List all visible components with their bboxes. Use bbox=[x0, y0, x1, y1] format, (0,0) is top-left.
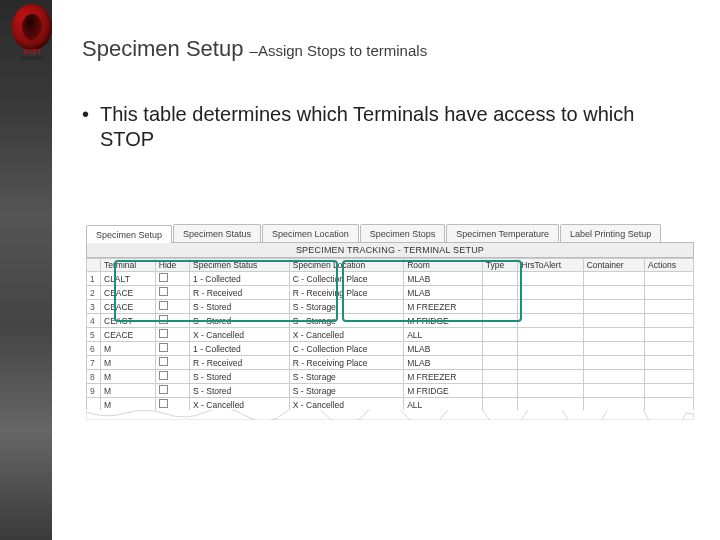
cell-actions bbox=[645, 356, 694, 370]
title-sub: –Assign Stops to terminals bbox=[250, 42, 428, 59]
cell-room: MLAB bbox=[404, 356, 483, 370]
table-row[interactable]: 3CEACES - StoredS - StorageM FREEZER bbox=[87, 300, 694, 314]
checkbox-icon[interactable] bbox=[159, 343, 168, 352]
table-row[interactable]: 2CEACER - ReceivedR - Receiving PlaceMLA… bbox=[87, 286, 694, 300]
cell-hide bbox=[155, 300, 189, 314]
cell-hrs bbox=[518, 328, 583, 342]
cell-room: M FREEZER bbox=[404, 370, 483, 384]
cell-type bbox=[482, 286, 518, 300]
checkbox-icon[interactable] bbox=[159, 385, 168, 394]
cell-rownum: 3 bbox=[87, 300, 101, 314]
cell-hide bbox=[155, 314, 189, 328]
checkbox-icon[interactable] bbox=[159, 399, 168, 408]
left-stripe bbox=[0, 0, 52, 540]
tab-specimen-setup[interactable]: Specimen Setup bbox=[86, 225, 172, 243]
cell-location: X - Cancelled bbox=[289, 328, 403, 342]
cell-hide bbox=[155, 370, 189, 384]
cell-container bbox=[583, 342, 644, 356]
tab-specimen-location[interactable]: Specimen Location bbox=[262, 224, 359, 242]
cell-terminal: M bbox=[101, 384, 156, 398]
table-row[interactable]: 9MS - StoredS - StorageM FRIDGE bbox=[87, 384, 694, 398]
cell-type bbox=[482, 384, 518, 398]
cell-actions bbox=[645, 286, 694, 300]
cell-location: S - Storage bbox=[289, 370, 403, 384]
cell-status: S - Stored bbox=[190, 370, 290, 384]
content: Specimen Setup –Assign Stops to terminal… bbox=[82, 36, 702, 152]
col-terminal: Terminal bbox=[101, 259, 156, 272]
table-row[interactable]: 7MR - ReceivedR - Receiving PlaceMLAB bbox=[87, 356, 694, 370]
logo-text: JUST ENOUGH bbox=[12, 48, 52, 62]
cell-location: C - Collection Place bbox=[289, 342, 403, 356]
title-main: Specimen Setup bbox=[82, 36, 250, 61]
table-row[interactable]: 6M1 - CollectedC - Collection PlaceMLAB bbox=[87, 342, 694, 356]
slide: JUST ENOUGH Specimen Setup –Assign Stops… bbox=[0, 0, 720, 540]
cell-actions bbox=[645, 384, 694, 398]
terminal-table: Terminal Hide Specimen Status Specimen L… bbox=[86, 258, 694, 412]
cell-rownum: 2 bbox=[87, 286, 101, 300]
cell-hrs bbox=[518, 272, 583, 286]
tab-specimen-status[interactable]: Specimen Status bbox=[173, 224, 261, 242]
checkbox-icon[interactable] bbox=[159, 301, 168, 310]
tab-label-printing[interactable]: Label Printing Setup bbox=[560, 224, 661, 242]
cell-terminal: CEACE bbox=[101, 328, 156, 342]
cell-container bbox=[583, 384, 644, 398]
cell-terminal: M bbox=[101, 356, 156, 370]
tab-specimen-temperature[interactable]: Specimen Temperature bbox=[446, 224, 559, 242]
cell-room: MLAB bbox=[404, 272, 483, 286]
col-actions: Actions bbox=[645, 259, 694, 272]
cell-status: 1 - Collected bbox=[190, 272, 290, 286]
cell-actions bbox=[645, 328, 694, 342]
tab-specimen-stops[interactable]: Specimen Stops bbox=[360, 224, 446, 242]
screenshot: Specimen Setup Specimen Status Specimen … bbox=[86, 224, 694, 420]
cell-container bbox=[583, 286, 644, 300]
cell-hrs bbox=[518, 370, 583, 384]
checkbox-icon[interactable] bbox=[159, 329, 168, 338]
checkbox-icon[interactable] bbox=[159, 371, 168, 380]
cell-status: S - Stored bbox=[190, 384, 290, 398]
cell-type bbox=[482, 342, 518, 356]
checkbox-icon[interactable] bbox=[159, 273, 168, 282]
cell-actions bbox=[645, 314, 694, 328]
col-container: Container bbox=[583, 259, 644, 272]
table-row[interactable]: 8MS - StoredS - StorageM FREEZER bbox=[87, 370, 694, 384]
table-row[interactable]: 5CEACEX - CancelledX - CancelledALL bbox=[87, 328, 694, 342]
cell-actions bbox=[645, 272, 694, 286]
checkbox-icon[interactable] bbox=[159, 357, 168, 366]
cell-location: S - Storage bbox=[289, 314, 403, 328]
cell-terminal: CEACE bbox=[101, 300, 156, 314]
cell-hrs bbox=[518, 384, 583, 398]
col-room: Room bbox=[404, 259, 483, 272]
logo-icon bbox=[12, 4, 52, 50]
cell-room: M FRIDGE bbox=[404, 314, 483, 328]
cell-type bbox=[482, 314, 518, 328]
cell-terminal: M bbox=[101, 342, 156, 356]
table-row[interactable]: 1CLALT1 - CollectedC - Collection PlaceM… bbox=[87, 272, 694, 286]
cell-location: S - Storage bbox=[289, 300, 403, 314]
cell-terminal: CEACE bbox=[101, 286, 156, 300]
cell-room: MLAB bbox=[404, 286, 483, 300]
cell-hide bbox=[155, 286, 189, 300]
cell-type bbox=[482, 272, 518, 286]
cell-location: R - Receiving Place bbox=[289, 356, 403, 370]
cell-rownum: 1 bbox=[87, 272, 101, 286]
checkbox-icon[interactable] bbox=[159, 315, 168, 324]
cell-room: MLAB bbox=[404, 342, 483, 356]
cell-hrs bbox=[518, 356, 583, 370]
table-row[interactable]: 4CEACTS - StoredS - StorageM FRIDGE bbox=[87, 314, 694, 328]
cell-hrs bbox=[518, 300, 583, 314]
cell-terminal: CEACT bbox=[101, 314, 156, 328]
col-status: Specimen Status bbox=[190, 259, 290, 272]
checkbox-icon[interactable] bbox=[159, 287, 168, 296]
cell-room: M FREEZER bbox=[404, 300, 483, 314]
cell-rownum: 9 bbox=[87, 384, 101, 398]
cell-status: S - Stored bbox=[190, 314, 290, 328]
torn-edge bbox=[86, 410, 694, 420]
cell-hide bbox=[155, 342, 189, 356]
cell-terminal: CLALT bbox=[101, 272, 156, 286]
cell-status: 1 - Collected bbox=[190, 342, 290, 356]
cell-rownum: 6 bbox=[87, 342, 101, 356]
col-location: Specimen Location bbox=[289, 259, 403, 272]
cell-location: R - Receiving Place bbox=[289, 286, 403, 300]
cell-status: S - Stored bbox=[190, 300, 290, 314]
cell-room: ALL bbox=[404, 328, 483, 342]
